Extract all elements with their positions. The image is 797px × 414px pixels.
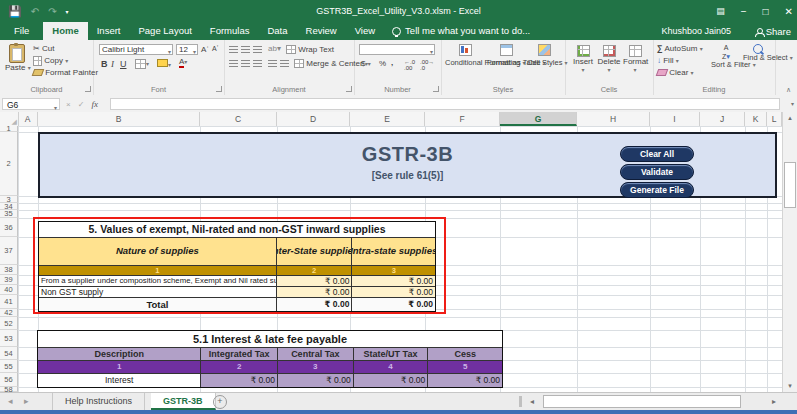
ribbon-display-options-icon[interactable]: ▤	[716, 6, 725, 16]
align-top-button[interactable]	[229, 45, 238, 54]
font-size-select[interactable]: 12▾	[176, 44, 198, 55]
hscroll-right-icon[interactable]: ▸	[772, 393, 776, 410]
vertical-scrollbar[interactable]: ▴ ▾	[782, 112, 797, 392]
restore-button[interactable]: □	[763, 6, 769, 17]
name-box[interactable]: G6▾	[2, 98, 60, 110]
decrease-indent-button[interactable]	[268, 59, 277, 68]
table5-col-header[interactable]: Nature of supplies	[39, 238, 276, 265]
row-header-39[interactable]: 39	[0, 275, 18, 285]
column-header-I[interactable]: I	[650, 112, 700, 126]
bold-button[interactable]: B	[101, 59, 108, 69]
sheet-tab-help-instructions[interactable]: Help Instructions	[52, 393, 145, 410]
fill-color-button[interactable]: ▾	[157, 59, 171, 69]
shrink-font-button[interactable]: Aʽ	[212, 45, 218, 52]
vertical-scroll-thumb[interactable]	[784, 162, 796, 208]
table51-row-label[interactable]: Interest	[38, 374, 200, 387]
table51-value-cell[interactable]: ₹ 0.00	[427, 374, 502, 387]
row-header-52[interactable]: 52	[0, 317, 18, 330]
tab-splitter-handle[interactable]	[519, 396, 522, 407]
cancel-icon[interactable]: ×	[66, 100, 71, 109]
table5-total-label[interactable]: Total	[39, 298, 276, 311]
table51-col-header[interactable]: State/UT Tax	[353, 348, 428, 360]
table51-value-cell[interactable]: ₹ 0.00	[353, 374, 428, 387]
fill-button[interactable]: ↓ Fill ▾	[657, 56, 679, 65]
table51-col-header[interactable]: Cess	[427, 348, 502, 360]
select-all-corner[interactable]: ◢	[0, 112, 19, 126]
table5-col-number[interactable]: 2	[276, 266, 352, 275]
font-dialog-launcher[interactable]	[216, 86, 222, 92]
conditional-formatting-button[interactable]: Conditional Formatting ▾	[445, 44, 485, 67]
tab-formulas[interactable]: Formulas	[201, 22, 259, 40]
table5-total-value[interactable]: ₹ 0.00	[276, 298, 352, 311]
increase-decimal-button[interactable]: ←.0.00	[404, 59, 415, 71]
align-center-button[interactable]	[241, 59, 250, 68]
row-header-55[interactable]: 55	[0, 360, 18, 373]
borders-button[interactable]: ▾	[135, 59, 149, 69]
formula-input[interactable]	[110, 98, 780, 110]
row-header-2[interactable]: 2	[0, 132, 18, 196]
new-sheet-icon[interactable]: +	[213, 395, 227, 409]
format-as-table-button[interactable]: Format as Table ▾	[487, 44, 525, 67]
table5-col-number[interactable]: 3	[351, 266, 435, 275]
table51-col-header[interactable]: Description	[38, 348, 200, 360]
table5-value-cell[interactable]: ₹ 0.00	[276, 276, 352, 286]
column-header-G[interactable]: G	[500, 112, 577, 126]
column-header-F[interactable]: F	[425, 112, 500, 126]
table51-col-number[interactable]: 3	[277, 361, 353, 373]
number-format-select[interactable]: ▾	[359, 44, 435, 55]
table5-col-header[interactable]: Inter-State supplies	[276, 238, 352, 265]
align-right-button[interactable]	[253, 59, 262, 68]
format-painter-button[interactable]: Format Painter	[33, 68, 98, 77]
grow-font-button[interactable]: Aʾ	[201, 45, 209, 54]
table5-value-cell[interactable]: ₹ 0.00	[276, 287, 352, 297]
table5-col-number[interactable]: 1	[39, 266, 276, 275]
number-dialog-launcher[interactable]	[433, 86, 439, 92]
tab-page-layout[interactable]: Page Layout	[129, 22, 200, 40]
tab-review[interactable]: Review	[297, 22, 346, 40]
table51-col-header[interactable]: Integrated Tax	[200, 348, 277, 360]
tell-me-box[interactable]: Tell me what you want to do...	[384, 22, 538, 40]
share-button[interactable]: Share	[755, 22, 791, 40]
table5-value-cell[interactable]: ₹ 0.00	[351, 287, 435, 297]
row-header-42[interactable]: 42	[0, 309, 18, 317]
column-header-E[interactable]: E	[350, 112, 425, 126]
table51-col-header[interactable]: Central Tax	[277, 348, 353, 360]
find-select-button[interactable]: Find & Select ▾	[743, 44, 773, 63]
align-bottom-button[interactable]	[253, 45, 262, 54]
table51-col-number[interactable]: 2	[200, 361, 277, 373]
italic-button[interactable]: I	[111, 59, 114, 69]
wrap-text-button[interactable]: Wrap Text	[286, 45, 334, 54]
tab-home[interactable]: Home	[43, 22, 87, 40]
column-header-B[interactable]: B	[38, 112, 200, 126]
generate-file-button[interactable]: Generate File	[620, 182, 694, 198]
sheet-tab-gstr3b[interactable]: GSTR-3B	[151, 393, 216, 410]
autosum-button[interactable]: ∑ AutoSum ▾	[657, 44, 703, 53]
validate-button[interactable]: Validate	[620, 164, 694, 180]
font-color-button[interactable]: A▾	[179, 57, 187, 66]
row-header-53[interactable]: 53	[0, 330, 18, 347]
orientation-button[interactable]: ab▾	[268, 44, 281, 53]
font-family-select[interactable]: Calibri Light▾	[99, 44, 173, 55]
sheet-nav-next-icon[interactable]: ▸	[24, 393, 29, 410]
column-header-A[interactable]: A	[18, 112, 38, 126]
column-header-D[interactable]: D	[277, 112, 350, 126]
tab-view[interactable]: View	[346, 22, 384, 40]
table51-col-number[interactable]: 1	[38, 361, 200, 373]
table51-value-cell[interactable]: ₹ 0.00	[277, 374, 353, 387]
row-header-54[interactable]: 54	[0, 347, 18, 360]
tab-file[interactable]: File	[0, 22, 43, 40]
table51-col-number[interactable]: 5	[427, 361, 502, 373]
table51-col-number[interactable]: 4	[353, 361, 428, 373]
account-name[interactable]: Khushboo Jain05	[661, 22, 731, 40]
enter-icon[interactable]: ✓	[78, 100, 85, 109]
table5-row-label[interactable]: From a supplier under composition scheme…	[39, 276, 276, 286]
hscroll-left-icon[interactable]: ◂	[530, 393, 534, 410]
format-cells-button[interactable]: Format▾	[623, 45, 647, 73]
alignment-dialog-launcher[interactable]	[346, 86, 352, 92]
underline-button[interactable]: U	[120, 59, 127, 69]
scroll-down-icon[interactable]: ▾	[783, 382, 797, 390]
column-header-J[interactable]: J	[700, 112, 745, 126]
column-header-H[interactable]: H	[577, 112, 650, 126]
align-left-button[interactable]	[229, 59, 238, 68]
table5-value-cell[interactable]: ₹ 0.00	[351, 276, 435, 286]
